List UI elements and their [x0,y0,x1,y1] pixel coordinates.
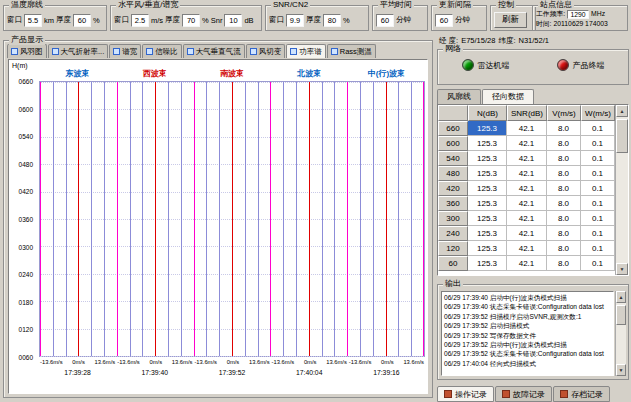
zero-velocity-line [309,82,310,356]
field-input[interactable]: 70 [182,14,200,27]
table-row[interactable]: 600125.342.18.00.1 [438,136,615,151]
y-axis-tick: 0420 [19,188,33,195]
table-cell: 0.1 [581,181,615,196]
product-tab-7[interactable]: 功率谱 [286,44,326,58]
v-gridline [360,82,361,356]
beam-speed-scale: -13.6m/s0m/s13.6m/s [193,359,270,365]
product-tab-2[interactable]: 大气折射率... [48,44,109,58]
log-list[interactable]: 06/29 17:39:40 启动中(行)波束伪模式扫描06/29 17:39:… [441,291,614,376]
field-input[interactable]: 9.9 [286,14,304,27]
field-input[interactable]: 60 [376,14,394,27]
table-cell: 0.1 [581,166,615,181]
table-cell: 0.1 [581,151,615,166]
field-input[interactable]: 5.5 [24,14,42,27]
record-icon [560,390,568,398]
beam-boundary-line [117,82,118,356]
row-height-header: 420 [438,181,468,196]
table-row[interactable]: 540125.342.18.00.1 [438,151,615,166]
record-tab-2[interactable]: 故障记录 [495,386,552,402]
product-tab-3[interactable]: 谱宽 [109,44,141,58]
beam-time: 17:39:40 [116,369,193,376]
power-spectrum-chart: H(m) 东波束西波束南波束北波束中(行)波束 0660060005400480… [8,59,428,394]
table-column-header: V(m/s) [547,105,581,121]
product-tab-8[interactable]: Rass测温 [327,44,376,58]
row-height-header: 360 [438,196,468,211]
table-row[interactable]: 60125.342.18.00.1 [438,256,615,271]
table-cell: 125.3 [468,136,507,151]
beam-speed-scale: -13.6m/s0m/s13.6m/s [348,359,425,365]
row-height-header: 300 [438,211,468,226]
table-cell: 0.1 [581,121,615,136]
scroll-up-icon[interactable]: ▲ [616,291,626,303]
scroll-down-icon[interactable]: ▼ [616,263,628,275]
network-title: 网络 [443,44,463,54]
scroll-up-icon[interactable]: ▲ [616,105,628,117]
field-input[interactable]: 60 [73,14,91,27]
field-unit: % [343,16,350,25]
table-row[interactable]: 120125.342.18.00.1 [438,241,615,256]
product-tab-1[interactable]: 风羽图 [7,44,47,58]
speed-tick: 13.6m/s [249,359,270,365]
table-cell: 125.3 [468,196,507,211]
product-tab-4[interactable]: 信噪比 [142,44,182,58]
table-cell: 125.3 [468,226,507,241]
table-scrollbar[interactable]: ▲ ▼ [615,105,628,275]
refresh-button[interactable]: 刷新 [494,12,527,28]
field-input[interactable]: 80 [323,14,341,27]
table-row[interactable]: 420125.342.18.00.1 [438,181,615,196]
field-input[interactable]: 60 [435,14,453,27]
table-body: 660125.342.18.00.1600125.342.18.00.15401… [438,121,615,271]
y-axis-label: H(m) [12,62,28,69]
table-cell: 125.3 [468,256,507,271]
app-window: { "icons": {"arrow_up": "▲", "arrow_down… [0,0,631,402]
product-tab-5[interactable]: 大气垂直气流 [183,44,245,58]
table-row[interactable]: 480125.342.18.00.1 [438,166,615,181]
beam-label-2: 西波束 [116,68,193,78]
field-unit: % [202,16,209,25]
zero-velocity-line [78,82,79,356]
table-cell: 42.1 [507,166,547,181]
table-row[interactable]: 660125.342.18.00.1 [438,121,615,136]
table-row[interactable]: 300125.342.18.00.1 [438,211,615,226]
speed-tick: 13.6m/s [172,359,193,365]
row-height-header: 540 [438,151,468,166]
product-tab-label: 谱宽 [122,47,137,57]
field-input[interactable]: 10 [224,14,242,27]
toolbar-group-6: 控制刷新 [490,5,536,31]
table-cell: 42.1 [507,136,547,151]
scroll-thumb[interactable] [616,305,626,325]
network-item-label: 产品终端 [573,60,605,71]
data-tab-1[interactable]: 风廓线 [437,89,481,104]
data-tab-2[interactable]: 径向数据 [482,89,534,104]
product-tab-label: 风羽图 [20,47,43,57]
beam-boundary-line [194,82,195,356]
toolbar-group-4: 平均时间60分钟 [372,5,428,31]
record-tab-label: 操作记录 [455,389,487,400]
scroll-thumb[interactable] [616,119,628,153]
product-tab-6[interactable]: 风切变 [246,44,286,58]
beam-time: 17:39:16 [348,369,425,376]
y-axis-tick: 0120 [19,326,33,333]
y-axis-ticks: 0660060005400480042003600300024001800120… [9,81,36,357]
table-cell: 0.1 [581,226,615,241]
record-tab-label: 存档记录 [571,389,603,400]
data-tab-strip: 风廓线径向数据 [437,89,534,104]
toolbar-group-title: 温度廓线 [9,0,45,10]
beam-label-4: 北波束 [271,68,348,78]
log-line: 06/29 17:39:40 启动中(行)波束伪模式扫描 [444,293,611,302]
speed-tick: -13.6m/s [349,359,372,365]
y-axis-tick: 0360 [19,216,33,223]
v-gridline [142,82,143,356]
latitude-label: 纬度: [498,36,515,46]
record-tab-3[interactable]: 存档记录 [553,386,610,402]
table-cell: 8.0 [547,226,581,241]
toolbar-group-title: 水平风/垂直/谱宽 [116,0,180,10]
scroll-down-icon[interactable]: ▼ [616,364,626,376]
record-tab-1[interactable]: 操作记录 [437,386,494,402]
row-height-header: 240 [438,226,468,241]
field-input[interactable]: 2.5 [131,14,149,27]
table-row[interactable]: 360125.342.18.00.1 [438,196,615,211]
chart-icon [250,48,257,55]
table-row[interactable]: 240125.342.18.00.1 [438,226,615,241]
log-scrollbar[interactable]: ▲ ▼ [615,291,626,376]
